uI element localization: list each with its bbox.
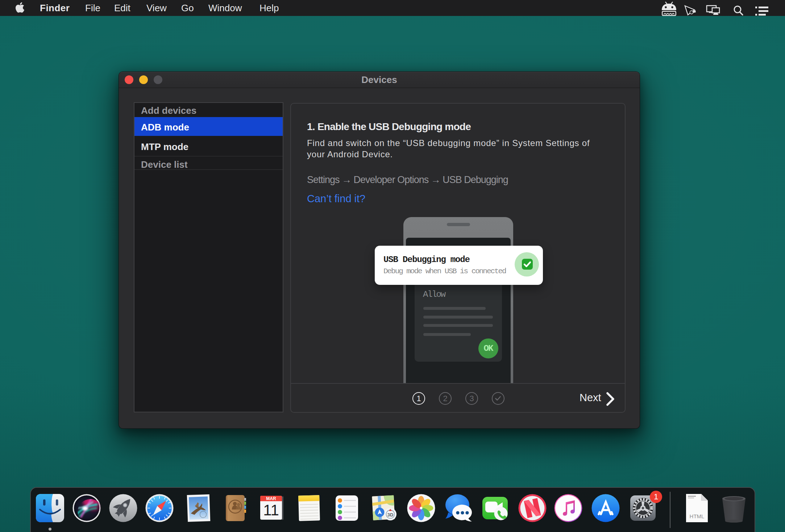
svg-text:3D: 3D <box>387 512 394 518</box>
svg-text:HTML: HTML <box>690 513 705 519</box>
svg-text:MAR: MAR <box>266 496 276 501</box>
svg-text:11: 11 <box>263 502 279 519</box>
